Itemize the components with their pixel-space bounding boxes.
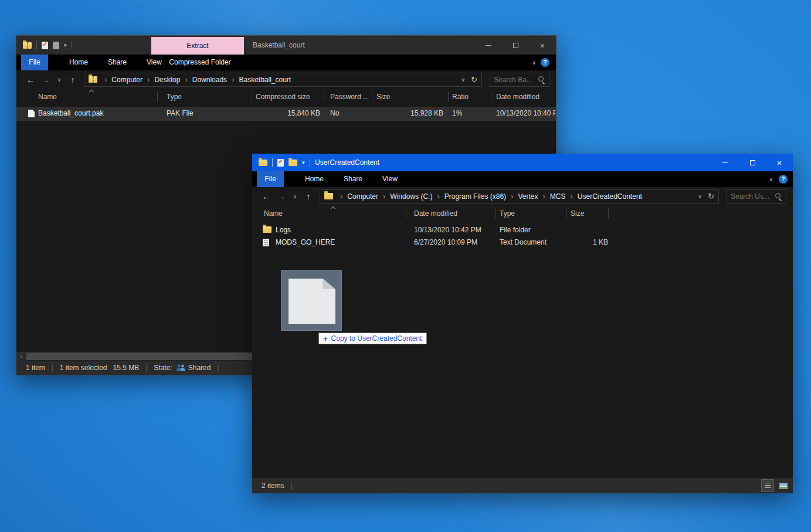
- up-arrow-icon[interactable]: ↑: [301, 192, 316, 201]
- properties-check-icon[interactable]: [277, 159, 284, 167]
- dragged-file-ghost[interactable]: [281, 270, 342, 331]
- row-date-modified: 6/27/2020 10:09 PM: [414, 238, 477, 246]
- tab-view[interactable]: View: [372, 171, 408, 187]
- refresh-icon[interactable]: ↻: [708, 192, 714, 201]
- breadcrumb-mcs[interactable]: MCS: [549, 192, 567, 201]
- address-dropdown-icon[interactable]: ∨: [462, 77, 466, 83]
- divider[interactable]: [324, 92, 324, 102]
- new-folder-icon[interactable]: [289, 160, 297, 166]
- details-view-button[interactable]: [762, 480, 773, 492]
- column-size[interactable]: Size: [571, 209, 584, 218]
- search-input[interactable]: [731, 192, 774, 201]
- file-password: No: [330, 109, 339, 117]
- breadcrumb-vertex[interactable]: Vertex: [517, 192, 539, 201]
- search-box[interactable]: [727, 189, 786, 204]
- ribbon-expand-icon[interactable]: ∨: [532, 60, 536, 66]
- tab-home[interactable]: Home: [295, 171, 334, 187]
- row-name[interactable]: MODS_GO_HERE: [276, 238, 335, 246]
- qat-customize-icon[interactable]: ▾: [64, 42, 67, 48]
- breadcrumb-program-files-x86[interactable]: Program Files (x86): [443, 192, 507, 201]
- titlebar[interactable]: ▾ UserCreatedContent ×: [252, 154, 793, 171]
- item-count: 1 item: [26, 364, 45, 372]
- back-arrow-icon[interactable]: ←: [23, 75, 38, 84]
- window-controls: ×: [712, 154, 793, 171]
- address-breadcrumb-box[interactable]: › Computer › Desktop › Downloads › Baske…: [84, 73, 482, 87]
- tab-share[interactable]: Share: [98, 55, 137, 70]
- address-breadcrumb-box[interactable]: › Computer › Windows (C:) › Program File…: [320, 189, 719, 204]
- chevron-right-icon: ›: [337, 192, 346, 201]
- selected-size: 15.5 MB: [113, 364, 140, 372]
- scroll-left-button[interactable]: ‹: [16, 352, 26, 361]
- forward-arrow-icon[interactable]: →: [274, 192, 289, 201]
- help-icon[interactable]: ?: [541, 58, 549, 67]
- divider[interactable]: [372, 92, 372, 102]
- column-name[interactable]: Name: [264, 209, 283, 218]
- breadcrumb-usercreatedcontent[interactable]: UserCreatedContent: [576, 192, 643, 201]
- divider[interactable]: [608, 208, 609, 219]
- column-size[interactable]: Size: [376, 93, 390, 101]
- list-item[interactable]: Logs 10/13/2020 10:42 PM File folder: [252, 224, 793, 236]
- tab-compressed-folder-tools[interactable]: Compressed Folder Tools: [151, 55, 249, 70]
- minimize-button[interactable]: [712, 154, 739, 171]
- file-name[interactable]: Basketball_court.pak: [38, 109, 103, 117]
- tab-file[interactable]: File: [21, 55, 48, 70]
- divider[interactable]: [496, 208, 496, 219]
- back-arrow-icon[interactable]: ←: [259, 192, 274, 201]
- address-dropdown-icon[interactable]: ∨: [698, 194, 703, 199]
- column-date-modified[interactable]: Date modified: [496, 93, 539, 101]
- tab-file[interactable]: File: [257, 171, 284, 187]
- search-input[interactable]: [494, 76, 537, 84]
- divider: |: [284, 482, 299, 490]
- column-name[interactable]: Name: [38, 93, 57, 101]
- document-icon[interactable]: [53, 42, 59, 49]
- titlebar[interactable]: ▾ Extract Basketball_court ×: [16, 36, 556, 55]
- breadcrumb-computer[interactable]: Computer: [110, 76, 144, 84]
- divider[interactable]: [406, 208, 406, 219]
- extract-contextual-tab[interactable]: Extract: [151, 37, 244, 55]
- breadcrumb-computer[interactable]: Computer: [346, 192, 379, 201]
- breadcrumb-basketball-court[interactable]: Basketball_court: [237, 76, 292, 84]
- divider[interactable]: [566, 208, 566, 219]
- column-type[interactable]: Type: [500, 209, 515, 218]
- column-ratio[interactable]: Ratio: [452, 93, 469, 101]
- breadcrumb-downloads[interactable]: Downloads: [191, 76, 228, 84]
- divider: |: [211, 364, 225, 372]
- refresh-icon[interactable]: ↻: [471, 75, 477, 84]
- help-icon[interactable]: ?: [779, 175, 788, 184]
- maximize-button[interactable]: [502, 36, 529, 55]
- row-date-modified: 10/13/2020 10:42 PM: [414, 226, 481, 234]
- item-count: 2 items: [262, 482, 284, 490]
- divider[interactable]: [157, 92, 158, 102]
- column-compressed-size[interactable]: Compressed size: [256, 93, 310, 101]
- maximize-button[interactable]: [739, 154, 766, 171]
- selected-count: 1 item selected: [60, 364, 107, 372]
- breadcrumb-windows-c[interactable]: Windows (C:): [389, 192, 433, 201]
- table-row[interactable]: Basketball_court.pak PAK File 15,840 KB …: [16, 107, 556, 121]
- thumbnail-view-button[interactable]: [778, 480, 789, 492]
- chevron-right-icon: ›: [539, 192, 548, 201]
- tab-home[interactable]: Home: [59, 55, 98, 70]
- chevron-right-icon: ›: [144, 75, 153, 84]
- tab-share[interactable]: Share: [334, 171, 372, 187]
- search-box[interactable]: [490, 73, 549, 87]
- ribbon-expand-icon[interactable]: ∨: [769, 177, 773, 182]
- recent-locations-icon[interactable]: ∨: [289, 194, 301, 199]
- row-name[interactable]: Logs: [276, 226, 291, 234]
- close-button[interactable]: ×: [529, 36, 556, 55]
- drop-tooltip-text: Copy to UserCreatedContent: [331, 334, 422, 343]
- breadcrumb-desktop[interactable]: Desktop: [153, 76, 181, 84]
- forward-arrow-icon[interactable]: →: [38, 75, 53, 84]
- up-arrow-icon[interactable]: ↑: [65, 75, 80, 84]
- column-date-modified[interactable]: Date modified: [414, 209, 457, 218]
- divider[interactable]: [252, 92, 252, 102]
- divider[interactable]: [493, 92, 493, 102]
- properties-check-icon[interactable]: [42, 42, 48, 49]
- divider[interactable]: [448, 92, 449, 102]
- minimize-button[interactable]: [475, 36, 502, 55]
- qat-customize-icon[interactable]: ▾: [302, 160, 305, 165]
- column-type[interactable]: Type: [167, 93, 182, 101]
- list-item[interactable]: MODS_GO_HERE 6/27/2020 10:09 PM Text Doc…: [252, 236, 793, 249]
- recent-locations-icon[interactable]: ∨: [53, 77, 65, 83]
- column-password[interactable]: Password ...: [330, 93, 369, 101]
- close-button[interactable]: ×: [766, 154, 793, 171]
